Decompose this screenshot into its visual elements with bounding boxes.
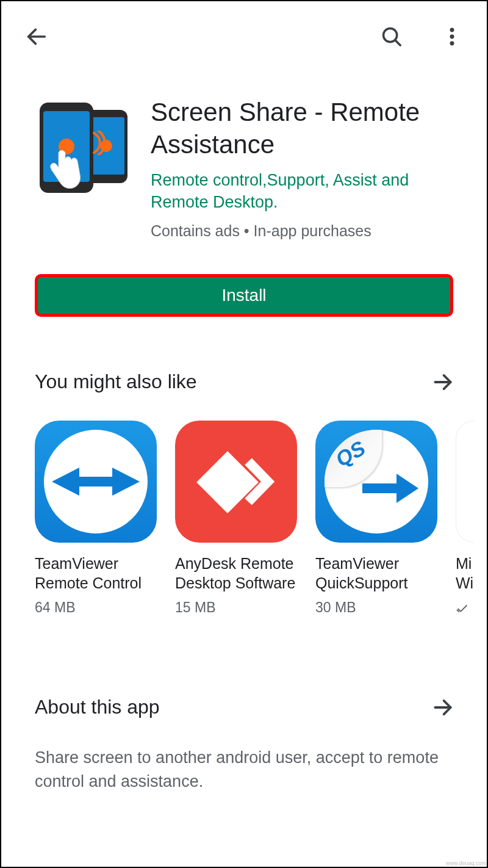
svg-point-4	[450, 35, 454, 39]
suggestion-app-icon: QS	[315, 421, 437, 543]
arrow-forward-icon	[431, 371, 454, 394]
app-developer-link[interactable]: Remote control,Support, Assist and Remot…	[151, 169, 462, 214]
search-icon	[380, 25, 403, 48]
suggestions-heading: You might also like	[35, 371, 197, 393]
watermark: www.deuaq.com	[446, 860, 486, 866]
app-header-section: Screen Share - Remote Assistance Remote …	[1, 60, 487, 252]
suggestion-app-name: TeamViewer QuickSupport	[315, 554, 437, 593]
suggestions-section: You might also like TeamViewer Remote Co…	[1, 329, 487, 618]
install-button[interactable]: Install	[35, 274, 453, 317]
suggestion-app-size: 15 MB	[175, 599, 297, 616]
svg-line-2	[395, 40, 401, 46]
verified-icon	[456, 602, 469, 615]
suggestions-list[interactable]: TeamViewer Remote Control 64 MB AnyDesk …	[35, 421, 487, 618]
more-vert-icon	[440, 25, 464, 48]
suggestion-card[interactable]: TeamViewer Remote Control 64 MB	[35, 421, 157, 618]
more-options-button[interactable]	[436, 20, 468, 53]
search-button[interactable]	[375, 20, 408, 53]
about-heading: About this app	[35, 696, 160, 718]
arrow-back-icon	[24, 24, 49, 49]
suggestion-app-size: 64 MB	[35, 599, 157, 616]
suggestion-card[interactable]: QS TeamViewer QuickSupport 30 MB	[315, 421, 437, 618]
suggestion-app-size: 30 MB	[315, 599, 437, 616]
suggestion-app-icon	[175, 421, 297, 543]
suggestion-app-name: TeamViewer Remote Control	[35, 554, 157, 593]
svg-point-5	[450, 42, 454, 46]
svg-marker-7	[52, 468, 140, 496]
suggestion-app-name: AnyDesk Remote Desktop Software	[175, 554, 297, 593]
app-icon	[35, 96, 132, 194]
app-monetization-info: Contains ads • In-app purchases	[151, 222, 462, 240]
suggestion-card[interactable]: Mi Wi	[456, 421, 474, 618]
about-section: About this app Share screen to another a…	[1, 618, 487, 794]
suggestions-more-button[interactable]	[426, 366, 459, 399]
suggestion-app-name: Mi Wi	[456, 554, 474, 593]
arrow-forward-icon	[431, 696, 454, 719]
svg-point-3	[450, 27, 454, 32]
svg-marker-9	[362, 474, 418, 503]
app-header-bar	[1, 1, 487, 60]
app-title: Screen Share - Remote Assistance	[151, 96, 462, 161]
suggestion-app-icon	[456, 421, 474, 543]
about-description: Share screen to another android user, ac…	[35, 746, 487, 794]
svg-rect-8	[196, 451, 259, 513]
back-button[interactable]	[20, 20, 54, 54]
suggestion-card[interactable]: AnyDesk Remote Desktop Software 15 MB	[175, 421, 297, 618]
about-more-button[interactable]	[426, 691, 459, 724]
suggestion-app-icon	[35, 421, 157, 543]
